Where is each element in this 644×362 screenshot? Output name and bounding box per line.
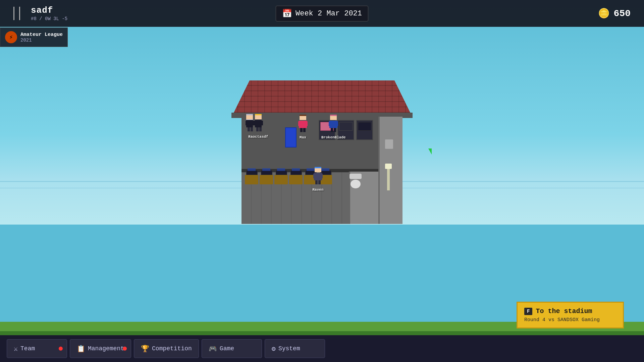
team-name: sadf <box>31 5 67 15</box>
team-rank: #8 / 0W 3L -5 <box>31 16 67 21</box>
management-button[interactable]: 📋 Management <box>70 339 131 358</box>
league-year: 2021 <box>20 38 63 43</box>
raoc-label: Raoctasdf <box>248 135 268 139</box>
svg-rect-19 <box>300 128 303 132</box>
svg-rect-11 <box>261 121 263 125</box>
top-bar: sadf #8 / 0W 3L -5 ⚡ Amateur League 2021… <box>0 0 644 27</box>
stadium-title: To the stadium <box>536 307 592 315</box>
max-label: Max <box>300 135 306 139</box>
league-badge-container: ⚡ Amateur League 2021 <box>0 27 68 47</box>
management-icon: 📋 <box>77 345 85 353</box>
svg-rect-4 <box>252 121 254 125</box>
coin-icon: 🪙 <box>598 8 610 19</box>
max-sprite <box>297 115 309 135</box>
svg-rect-12 <box>256 127 259 131</box>
desk-1 <box>245 175 258 184</box>
competition-icon: 🏆 <box>141 345 149 353</box>
league-badge-icon: ⚡ <box>5 31 17 43</box>
stadium-subtitle: Round 4 vs SANDSOX Gaming <box>524 317 616 323</box>
management-notification-dot <box>123 347 127 351</box>
system-icon: ⚙️ <box>272 345 276 353</box>
svg-rect-20 <box>303 128 306 132</box>
toilet <box>350 174 362 188</box>
team-logo <box>7 3 27 23</box>
f-key-badge: F <box>524 308 532 315</box>
brokenblade-label: BrokenBlade <box>321 135 346 139</box>
character-max: Max <box>297 115 309 139</box>
competition-button[interactable]: 🏆 Competition <box>134 339 199 358</box>
team-name-block: sadf #8 / 0W 3L -5 <box>31 5 67 21</box>
svg-rect-15 <box>300 116 306 120</box>
stone-wall-right <box>378 117 402 224</box>
bottom-nav-bar: ⚔️ Team 📋 Management 🏆 Competition 🎮 Gam… <box>0 335 644 362</box>
svg-rect-33 <box>315 180 318 184</box>
mouse-cursor <box>428 148 432 155</box>
coin-display: 🪙 650 <box>598 8 631 19</box>
week-display-container: 📅 Week 2 Mar 2021 <box>276 6 368 21</box>
system-label: System <box>278 345 300 352</box>
coin-amount: 650 <box>614 8 631 19</box>
ground-dark <box>0 331 644 335</box>
svg-rect-34 <box>318 180 321 184</box>
logo-bars <box>13 7 20 20</box>
svg-rect-22 <box>330 116 337 120</box>
svg-rect-31 <box>313 174 315 178</box>
svg-rect-32 <box>321 174 323 178</box>
raven-label: Raven <box>312 188 323 192</box>
league-info: Amateur League 2021 <box>20 32 63 43</box>
competition-label: Competition <box>152 345 192 352</box>
svg-rect-25 <box>336 121 338 126</box>
team-building: Raoctasdf Max <box>241 80 402 221</box>
svg-rect-3 <box>246 121 248 125</box>
game-icon: 🎮 <box>209 345 217 353</box>
week-display: 📅 Week 2 Mar 2021 <box>276 6 368 21</box>
desk-4 <box>289 175 303 184</box>
desk-3 <box>274 175 288 184</box>
bucket <box>385 139 393 149</box>
team-notification-dot <box>59 347 63 351</box>
calendar-icon: 📅 <box>282 9 292 18</box>
management-label: Management <box>88 345 124 352</box>
week-text: Week 2 Mar 2021 <box>296 9 362 18</box>
svg-rect-5 <box>248 127 250 131</box>
svg-rect-13 <box>259 127 262 131</box>
team-icon: ⚔️ <box>14 345 18 353</box>
roof-tiles <box>231 80 413 117</box>
game-button[interactable]: 🎮 Game <box>202 339 262 358</box>
game-label: Game <box>220 345 234 352</box>
character-raoc: Raoctasdf <box>245 114 272 139</box>
svg-rect-24 <box>329 121 331 126</box>
svg-rect-1 <box>246 115 253 119</box>
league-name: Amateur League <box>20 32 63 38</box>
svg-rect-10 <box>254 121 256 125</box>
raven-sprite <box>312 167 324 187</box>
blue-door <box>285 127 297 147</box>
character-raven: Raven <box>312 167 324 192</box>
svg-rect-27 <box>334 128 336 132</box>
svg-rect-8 <box>255 115 262 119</box>
svg-rect-29 <box>315 168 321 172</box>
team-info: sadf #8 / 0W 3L -5 <box>7 3 67 23</box>
system-button[interactable]: ⚙️ System <box>265 339 325 358</box>
team-button[interactable]: ⚔️ Team <box>7 339 67 358</box>
svg-rect-6 <box>251 127 253 131</box>
station-3 <box>356 120 373 140</box>
character-brokenblade: BrokenBlade <box>321 115 346 139</box>
stadium-notification[interactable]: F To the stadium Round 4 vs SANDSOX Gami… <box>517 302 624 328</box>
stadium-header: F To the stadium <box>524 307 616 315</box>
brokenblade-sprite <box>327 115 339 135</box>
svg-rect-18 <box>306 121 308 126</box>
raoc-sprite <box>245 114 272 134</box>
mop <box>387 164 390 190</box>
team-label: Team <box>20 345 35 352</box>
desk-2 <box>260 175 273 184</box>
svg-rect-26 <box>331 128 333 132</box>
svg-rect-17 <box>298 121 300 126</box>
